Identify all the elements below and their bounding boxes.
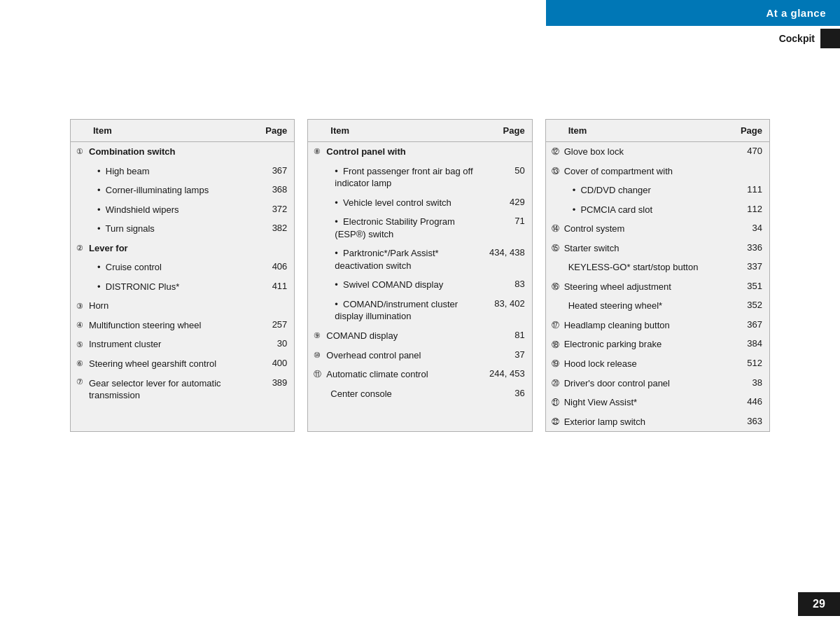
table-row: • High beam 367: [71, 162, 294, 181]
table-row: • Windshield wipers 372: [71, 200, 294, 220]
table-row: ⑧ Control panel with: [308, 142, 531, 162]
page-number-box: 29: [798, 592, 840, 616]
table-row: • Front passenger front air bag off indi…: [308, 162, 531, 193]
table-row: • CD/DVD changer 111: [546, 181, 769, 200]
table2-page-header: Page: [486, 120, 532, 142]
table-row: ③ Horn: [71, 296, 294, 316]
table1: Item Page ① Combination switch • High be…: [71, 120, 294, 405]
table3: Item Page ⑫ Glove box lock 470 ⑬ Cover o…: [546, 120, 769, 431]
table-row: • DISTRONIC Plus* 411: [71, 277, 294, 297]
table-row: ⑪ Automatic climate control 244, 453: [308, 365, 531, 384]
table-row: KEYLESS-GO* start/stop button 337: [546, 258, 769, 277]
table1-item-header: Item: [86, 120, 258, 142]
table-row: • Cruise control 406: [71, 258, 294, 277]
table-row: ⑭ Control system 34: [546, 219, 769, 239]
table-row: • Vehicle level control switch 429: [308, 193, 531, 213]
table-row: ⑨ COMAND display 81: [308, 326, 531, 346]
table-row: ⑫ Glove box lock 470: [546, 142, 769, 162]
table-row: • Turn signals 382: [71, 219, 294, 239]
cockpit-label: Cockpit: [779, 33, 820, 44]
table-row: ④ Multifunction steering wheel 257: [71, 316, 294, 335]
table-row: ⑳ Driver's door control panel 38: [546, 374, 769, 393]
table3-page-header: Page: [734, 120, 769, 142]
table1-wrapper: Item Page ① Combination switch • High be…: [70, 119, 295, 432]
table-row: ⑯ Steering wheel adjustment 351: [546, 277, 769, 297]
table-row: • Electronic Stability Program (ESP®) sw…: [308, 212, 531, 244]
table-row: ⑮ Starter switch 336: [546, 239, 769, 258]
table-row: ㉒ Exterior lamp switch 363: [546, 412, 769, 432]
table-row: ⑩ Overhead control panel 37: [308, 346, 531, 365]
table-row: ⑰ Headlamp cleaning button 367: [546, 316, 769, 335]
table-row: • Corner-illuminating lamps 368: [71, 181, 294, 200]
table-row: ⑥ Steering wheel gearshift control 400: [71, 354, 294, 374]
table-row: ⑱ Electronic parking brake 384: [546, 335, 769, 354]
table-row: • Swivel COMAND display 83: [308, 275, 531, 295]
table2: Item Page ⑧ Control panel with • Front p…: [308, 120, 531, 403]
table1-page-header: Page: [258, 120, 294, 142]
at-a-glance-label: At a glance: [766, 7, 826, 19]
main-content: Item Page ① Combination switch • High be…: [70, 119, 770, 432]
table-row: • Parktronic*/Park Assist* deactivation …: [308, 244, 531, 275]
table-row: ⑲ Hood lock release 512: [546, 354, 769, 374]
header-area: At a glance Cockpit: [546, 0, 840, 51]
table-row: ⑤ Instrument cluster 30: [71, 335, 294, 354]
at-a-glance-bar: At a glance: [546, 0, 840, 26]
table2-item-header: Item: [323, 120, 486, 142]
table-row: ① Combination switch: [71, 142, 294, 162]
table2-wrapper: Item Page ⑧ Control panel with • Front p…: [307, 119, 532, 432]
table3-wrapper: Item Page ⑫ Glove box lock 470 ⑬ Cover o…: [545, 119, 770, 432]
page-number: 29: [813, 598, 825, 610]
table-row: ② Lever for: [71, 239, 294, 258]
table-row: ㉑ Night View Assist* 446: [546, 393, 769, 412]
table-row: • PCMCIA card slot 112: [546, 200, 769, 220]
table-row: ⑦ Gear selector lever for automatic tran…: [71, 374, 294, 405]
cockpit-black-box: [820, 29, 840, 48]
table-row: Heated steering wheel* 352: [546, 296, 769, 316]
cockpit-bar: Cockpit: [546, 26, 840, 51]
table-row: • COMAND/instrument cluster display illu…: [308, 295, 531, 326]
table-row: Center console 36: [308, 384, 531, 404]
table3-item-header: Item: [561, 120, 734, 142]
table-row: ⑬ Cover of compartment with: [546, 162, 769, 181]
